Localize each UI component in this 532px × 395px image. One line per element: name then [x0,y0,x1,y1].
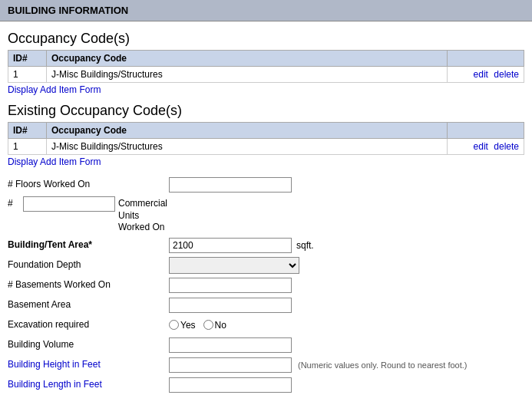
building-height-input[interactable] [169,357,292,373]
add-item-link-occupancy[interactable]: Display Add Item Form [8,84,101,95]
existing-row-code: J-Misc Buildings/Structures [47,139,448,155]
existing-col-id: ID# [8,123,47,139]
floors-label: # Floors Worked On [8,179,169,191]
building-length-row: Building Length in Feet [8,377,524,393]
edit-link[interactable]: edit [474,69,488,80]
building-length-input[interactable] [169,377,292,393]
basement-area-input[interactable] [169,298,292,313]
row-code: J-Misc Buildings/Structures [47,67,448,83]
basements-input[interactable] [169,278,292,293]
sqft-label: sqft. [296,240,314,251]
foundation-depth-row: Foundation Depth [8,257,524,274]
excavation-radio-group: Yes No [169,320,233,331]
existing-col-actions [448,123,524,139]
building-length-label: Building Length in Feet [8,379,169,391]
basements-row: # Basements Worked On [8,277,524,294]
building-form: # Floors Worked On # CommercialUnitsWork… [8,176,524,395]
excavation-yes-label: Yes [169,320,196,331]
foundation-depth-label: Foundation Depth [8,259,169,272]
building-volume-label: Building Volume [8,339,169,351]
foundation-depth-select[interactable] [169,257,299,274]
excavation-label: Excavation required [8,319,169,331]
col-id: ID# [8,51,47,67]
existing-occupancy-table: ID# Occupancy Code 1 J-Misc Buildings/St… [8,122,524,155]
excavation-row: Excavation required Yes No [8,317,524,334]
building-height-label: Building Height in Feet [8,359,169,371]
building-volume-row: Building Volume [8,337,524,354]
floors-worked-on-input[interactable] [169,177,292,193]
row-actions: edit delete [448,67,524,83]
existing-col-code: Occupancy Code [47,123,448,139]
existing-edit-link[interactable]: edit [474,141,488,152]
existing-row-id: 1 [8,139,47,155]
table-row: 1 J-Misc Buildings/Structures edit delet… [8,139,524,155]
row-id: 1 [8,67,47,83]
excavation-no-radio[interactable] [203,320,213,330]
floors-row: # Floors Worked On [8,176,524,193]
occupancy-section-title: Occupancy Code(s) [8,31,524,47]
building-tent-area-label: Building/Tent Area* [8,239,169,252]
commercial-units-row: # CommercialUnitsWorked On [8,196,524,234]
table-row: 1 J-Misc Buildings/Structures edit delet… [8,67,524,83]
excavation-yes-radio[interactable] [169,320,179,330]
add-item-link-existing-occupancy[interactable]: Display Add Item Form [8,156,101,167]
existing-row-actions: edit delete [448,139,524,155]
building-tent-area-row: Building/Tent Area* sqft. [8,237,524,254]
existing-occupancy-section-title: Existing Occupancy Code(s) [8,103,524,119]
building-tent-area-input[interactable] [169,238,292,253]
page-title: BUILDING INFORMATION [8,5,128,16]
commercial-units-input[interactable] [23,196,115,212]
basement-area-row: Basement Area [8,297,524,314]
delete-link[interactable]: delete [494,69,519,80]
height-hint: (Numeric values only. Round to nearest f… [298,360,468,370]
building-volume-input[interactable] [169,337,292,353]
col-code: Occupancy Code [47,51,448,67]
basement-area-label: Basement Area [8,299,169,311]
page-header: BUILDING INFORMATION [0,0,532,21]
excavation-no-label: No [203,320,226,331]
occupancy-table: ID# Occupancy Code 1 J-Misc Buildings/St… [8,50,524,83]
basements-label: # Basements Worked On [8,279,169,291]
building-height-row: Building Height in Feet (Numeric values … [8,357,524,374]
col-actions [448,51,524,67]
existing-delete-link[interactable]: delete [494,141,519,152]
